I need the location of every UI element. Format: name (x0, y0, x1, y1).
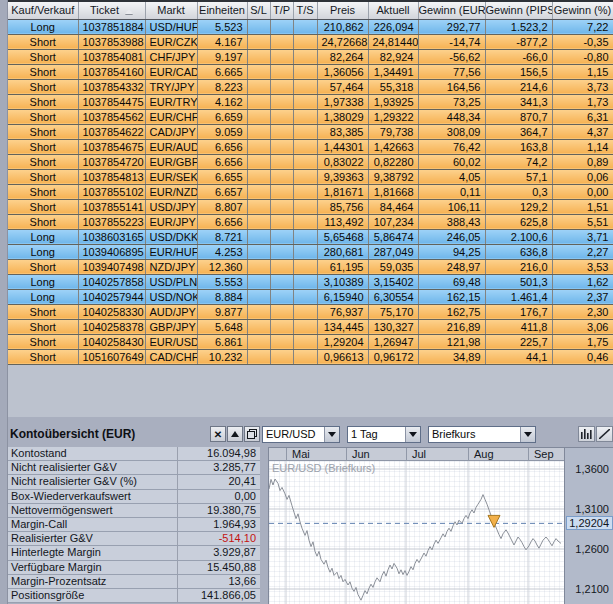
position-row[interactable]: Short1037855141USD/JPY8.80785,75684,4641… (8, 199, 613, 214)
chevron-down-icon (520, 427, 535, 442)
popout-panel-button[interactable] (244, 426, 260, 442)
account-row-value: 0,00 (178, 490, 260, 503)
cell-ts (293, 34, 317, 49)
cell-tp (270, 49, 293, 64)
cell-g_pct: 4,37 (552, 124, 613, 139)
cell-sl (247, 169, 270, 184)
draw-tool-button[interactable] (596, 426, 613, 442)
price-type-select[interactable]: Briefkurs (428, 426, 536, 443)
position-row[interactable]: Short1037854160EUR/CAD6.6651,360561,3449… (8, 64, 613, 79)
account-row-label: Box-Wiederverkaufswert (8, 490, 178, 503)
cell-preis: 1,36056 (317, 64, 368, 79)
column-header-ticket[interactable]: Ticket (78, 2, 145, 19)
cell-markt: TRY/JPY (145, 79, 197, 94)
cell-ticket: 1037855102 (78, 184, 145, 199)
cell-g_eur: 4,05 (418, 169, 485, 184)
column-header-preis[interactable]: Preis (317, 2, 368, 19)
cell-aktuell: 0,96172 (368, 349, 418, 364)
column-header-einheiten[interactable]: Einheiten (197, 2, 247, 19)
cell-g_eur: 388,43 (418, 214, 485, 229)
column-header-gewinn-pips-[interactable]: Gewinn (PIPS) (485, 2, 552, 19)
cell-g_pct: 1,14 (552, 139, 613, 154)
cell-sl (247, 49, 270, 64)
sell-triangle-icon[interactable] (488, 515, 500, 527)
column-header-gewinn-%-[interactable]: Gewinn (%) (552, 2, 613, 19)
cell-g_pips: 57,1 (485, 169, 552, 184)
column-header-gewinn-eur-[interactable]: Gewinn (EUR) (418, 2, 485, 19)
price-line (269, 479, 561, 600)
cell-einheiten: 5.648 (197, 319, 247, 334)
cell-g_pct: 5,51 (552, 214, 613, 229)
month-tick-label: Aug (474, 448, 494, 460)
cell-preis: 61,195 (317, 259, 368, 274)
cell-side: Short (8, 124, 78, 139)
cell-sl (247, 229, 270, 244)
position-row[interactable]: Short1040258378GBP/JPY5.648134,445130,32… (8, 319, 613, 334)
position-row[interactable]: Long1040257944USD/NOK8.8846,159406,30554… (8, 289, 613, 304)
price-chart[interactable]: MaiJunJulAugSep EUR/USD (Briefkurs) 1,36… (268, 447, 613, 604)
position-row[interactable]: Short1037854475EUR/TRY4.1621,973381,9392… (8, 94, 613, 109)
position-row[interactable]: Long1038603165USD/DKK8.7215,654685,86474… (8, 229, 613, 244)
cell-preis: 0,96613 (317, 349, 368, 364)
chart-plot-area[interactable]: EUR/USD (Briefkurs) (269, 461, 564, 604)
cell-g_eur: 162,15 (418, 289, 485, 304)
position-row[interactable]: Short1040258330AUD/JPY9.87776,93775,1701… (8, 304, 613, 319)
position-row[interactable]: Long1039406895EUR/HUF4.253280,681287,049… (8, 244, 613, 259)
position-row[interactable]: Short1037854562EUR/CHF6.6591,380291,2932… (8, 109, 613, 124)
cell-markt: EUR/AUD (145, 139, 197, 154)
cell-tp (270, 184, 293, 199)
cell-sl (247, 304, 270, 319)
column-header-t-s[interactable]: T/S (293, 2, 317, 19)
cell-preis: 82,264 (317, 49, 368, 64)
cell-g_pct: 0,46 (552, 349, 613, 364)
cell-g_pct: 2,37 (552, 289, 613, 304)
cell-markt: EUR/CAD (145, 64, 197, 79)
position-row[interactable]: Short1037854720EUR/GBP6.6560,830220,8228… (8, 154, 613, 169)
position-row[interactable]: Short1037854813EUR/SEK6.6559,393639,3879… (8, 169, 613, 184)
cell-g_eur: 77,56 (418, 64, 485, 79)
position-row[interactable]: Short1037853988EUR/CZK4.16724,7266824,81… (8, 34, 613, 49)
position-row[interactable]: Long1040257858USD/PLN5.5533,103893,15402… (8, 274, 613, 289)
left-scrollbar-gutter[interactable] (0, 0, 8, 604)
column-header-kauf-verkauf[interactable]: Kauf/Verkauf (8, 2, 78, 19)
position-row[interactable]: Long1037851884USD/HUF5.523210,862226,094… (8, 19, 613, 34)
cell-g_pct: 6,31 (552, 109, 613, 124)
cell-markt: EUR/TRY (145, 94, 197, 109)
cell-side: Short (8, 184, 78, 199)
position-row[interactable]: Short1051607649CAD/CHF10.2320,966130,961… (8, 349, 613, 364)
month-tick-label: Jun (352, 448, 370, 460)
position-row[interactable]: Short1037855223EUR/JPY6.656113,492107,23… (8, 214, 613, 229)
month-separator (406, 448, 407, 461)
cell-sl (247, 79, 270, 94)
cell-g_pct: 1,75 (552, 334, 613, 349)
column-header-markt[interactable]: Markt (145, 2, 197, 19)
close-panel-button[interactable]: ✕ (210, 426, 226, 442)
cell-tp (270, 109, 293, 124)
position-row[interactable]: Short1040258430EUR/USD6.8611,292041,2694… (8, 334, 613, 349)
cell-side: Short (8, 304, 78, 319)
column-header-s-l[interactable]: S/L (247, 2, 270, 19)
cell-side: Short (8, 169, 78, 184)
cell-g_pips: 156,5 (485, 64, 552, 79)
column-header-aktuell[interactable]: Aktuell (368, 2, 418, 19)
position-row[interactable]: Short1037854081CHF/JPY9.19782,26482,924-… (8, 49, 613, 64)
position-row[interactable]: Short1037854622CAD/JPY9.05983,38579,7383… (8, 124, 613, 139)
cell-markt: EUR/HUF (145, 244, 197, 259)
cell-g_pct: -0,80 (552, 49, 613, 64)
position-row[interactable]: Short1037854675EUR/AUD6.6561,443011,4266… (8, 139, 613, 154)
open-positions-table: Kauf/VerkaufTicketMarktEinheitenS/LT/PT/… (8, 0, 613, 417)
cell-einheiten: 8.807 (197, 199, 247, 214)
period-select[interactable]: 1 Tag (347, 426, 421, 443)
cell-tp (270, 19, 293, 34)
cell-tp (270, 319, 293, 334)
collapse-panel-button[interactable] (227, 426, 243, 442)
position-row[interactable]: Short1039407498NZD/JPY12.36061,19559,035… (8, 259, 613, 274)
position-row[interactable]: Short1037855102EUR/NZD6.6571,816711,8166… (8, 184, 613, 199)
cell-preis: 3,10389 (317, 274, 368, 289)
cell-preis: 1,81671 (317, 184, 368, 199)
position-row[interactable]: Short1037854332TRY/JPY8.22357,46455,3181… (8, 79, 613, 94)
pair-select[interactable]: EUR/USD (262, 426, 340, 443)
cell-g_pct: 0,06 (552, 169, 613, 184)
column-header-t-p[interactable]: T/P (270, 2, 293, 19)
chart-type-button[interactable] (578, 426, 595, 442)
